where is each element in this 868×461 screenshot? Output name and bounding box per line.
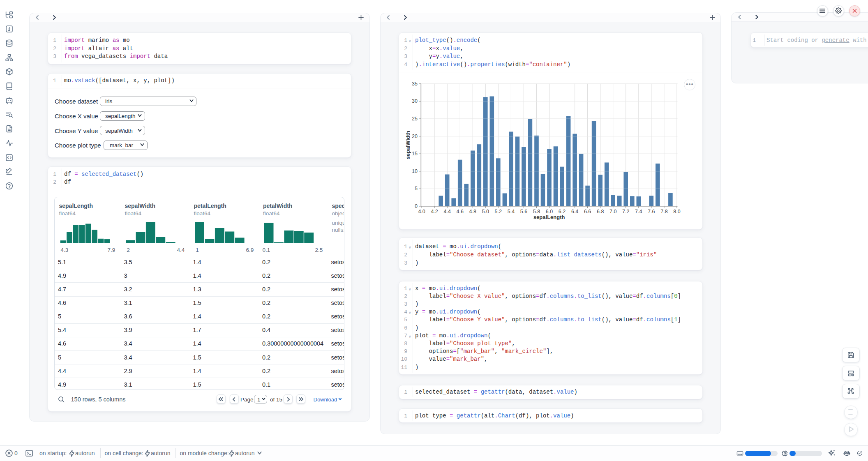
svg-text:5.6: 5.6 — [520, 209, 527, 214]
svg-text:7.0: 7.0 — [609, 209, 616, 214]
svg-text:sepalLength: sepalLength — [533, 214, 565, 220]
svg-text:5.0: 5.0 — [482, 209, 489, 214]
svg-text:7.4: 7.4 — [635, 209, 642, 214]
svg-text:7.6: 7.6 — [648, 209, 655, 214]
svg-text:7.2: 7.2 — [622, 209, 629, 214]
svg-text:6.2: 6.2 — [558, 209, 565, 214]
svg-text:6.0: 6.0 — [545, 209, 552, 214]
svg-text:8.0: 8.0 — [673, 209, 680, 214]
svg-text:5.2: 5.2 — [494, 209, 501, 214]
svg-text:35: 35 — [412, 81, 418, 86]
svg-text:7.8: 7.8 — [660, 209, 667, 214]
svg-text:5.8: 5.8 — [533, 209, 540, 214]
svg-text:4.0: 4.0 — [418, 209, 425, 214]
svg-text:sepalWidth: sepalWidth — [405, 131, 411, 159]
svg-text:0: 0 — [415, 203, 418, 209]
svg-text:15: 15 — [412, 151, 418, 157]
svg-text:5: 5 — [415, 186, 418, 191]
svg-text:30: 30 — [412, 98, 418, 104]
svg-text:6.4: 6.4 — [571, 209, 578, 214]
svg-text:25: 25 — [412, 116, 418, 122]
svg-text:10: 10 — [412, 168, 418, 174]
svg-text:4.2: 4.2 — [431, 209, 438, 214]
svg-text:20: 20 — [412, 133, 418, 139]
svg-text:6.6: 6.6 — [584, 209, 591, 214]
svg-text:6.8: 6.8 — [597, 209, 604, 214]
svg-text:4.4: 4.4 — [443, 209, 450, 214]
svg-text:5.4: 5.4 — [507, 209, 514, 214]
svg-text:4.6: 4.6 — [456, 209, 463, 214]
svg-text:4.8: 4.8 — [469, 209, 476, 214]
